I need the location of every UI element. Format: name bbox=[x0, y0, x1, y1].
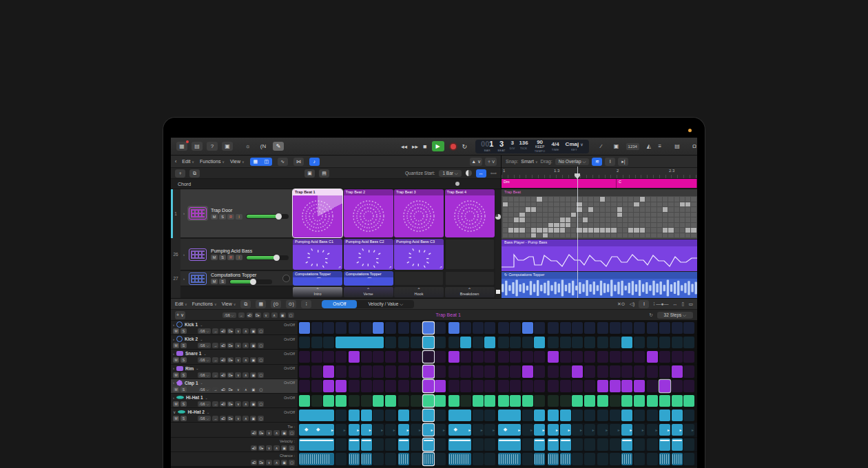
cell-inspector-icon[interactable]: ▣ bbox=[304, 169, 315, 178]
step-cell[interactable] bbox=[634, 351, 645, 363]
row-mute-button[interactable]: M bbox=[173, 328, 179, 334]
row-name[interactable]: Rim bbox=[185, 366, 194, 371]
default-rate-select[interactable]: /16 ⌵ bbox=[223, 312, 236, 318]
steps-count-select[interactable]: 32 Steps ⌵ bbox=[657, 312, 693, 319]
track-header[interactable]: ›Computations TopperMS bbox=[180, 271, 293, 286]
velocity-cell[interactable] bbox=[373, 438, 384, 451]
drum-grid-cell[interactable] bbox=[503, 213, 508, 217]
mode-velocity-button[interactable]: Velocity / Value ⌵ bbox=[357, 300, 414, 308]
tie-cell[interactable]: ▸ bbox=[572, 424, 583, 436]
step-cell[interactable] bbox=[672, 322, 683, 334]
menu-edit[interactable]: Edit ∨ bbox=[182, 159, 194, 164]
subrow-decrement-button[interactable]: ∨ bbox=[266, 460, 272, 465]
step-cell[interactable] bbox=[683, 365, 694, 378]
drum-grid-cell[interactable] bbox=[606, 233, 610, 238]
quantize-start-select[interactable]: 1 Bar ⌵ bbox=[439, 170, 461, 177]
drum-grid-cell[interactable] bbox=[560, 197, 565, 202]
drum-grid-cell[interactable] bbox=[634, 223, 639, 228]
cycle-button[interactable]: ↻ bbox=[462, 143, 468, 150]
subrow-rotate-right-button[interactable]: D▸ bbox=[258, 430, 265, 436]
drum-grid-cell[interactable] bbox=[628, 223, 633, 228]
step-cell[interactable] bbox=[448, 380, 459, 392]
step-cell[interactable] bbox=[448, 395, 459, 407]
drum-grid-cell[interactable] bbox=[526, 223, 530, 228]
drum-grid-cell[interactable] bbox=[531, 233, 536, 238]
step-cell[interactable] bbox=[335, 337, 384, 349]
row-rate-select[interactable]: /16 ⌵ bbox=[198, 343, 211, 348]
step-cell[interactable] bbox=[584, 380, 595, 392]
drum-grid-cell[interactable] bbox=[680, 202, 685, 207]
velocity-cell[interactable] bbox=[534, 438, 545, 451]
default-rotate-right-icon[interactable]: D▸ bbox=[255, 312, 261, 318]
drum-grid-cell[interactable] bbox=[668, 197, 673, 202]
drum-grid-cell[interactable] bbox=[531, 228, 536, 233]
row-increment-button[interactable]: ∧ bbox=[242, 357, 249, 363]
step-cell[interactable] bbox=[597, 380, 608, 392]
row-decrement-button[interactable]: ∨ bbox=[235, 387, 241, 392]
step-cell[interactable] bbox=[683, 380, 694, 392]
drum-grid-cell[interactable] bbox=[594, 213, 599, 217]
key-display[interactable]: Cmaj∨ KEY bbox=[566, 142, 583, 151]
row-paste-button[interactable]: ▢ bbox=[258, 328, 264, 334]
step-cell[interactable] bbox=[610, 322, 621, 334]
stop-button[interactable]: ■ bbox=[423, 143, 426, 150]
drum-grid-cell[interactable] bbox=[571, 223, 576, 228]
chance-cell[interactable] bbox=[534, 453, 545, 465]
velocity-cell[interactable] bbox=[610, 438, 621, 451]
step-cell[interactable] bbox=[647, 410, 658, 422]
step-cell[interactable] bbox=[349, 410, 360, 422]
velocity-cell[interactable] bbox=[349, 438, 360, 451]
step-cell[interactable] bbox=[584, 365, 595, 378]
play-button[interactable]: ▶ bbox=[432, 141, 444, 151]
row-solo-button[interactable]: S bbox=[180, 372, 187, 378]
step-cell[interactable] bbox=[560, 337, 571, 349]
step-cell[interactable] bbox=[522, 410, 533, 422]
step-cell[interactable] bbox=[335, 322, 347, 334]
drum-grid-cell[interactable] bbox=[685, 228, 690, 233]
solo-button[interactable]: S bbox=[219, 279, 226, 284]
row-disclosure-icon[interactable]: ∨ bbox=[173, 410, 176, 414]
step-cell[interactable] bbox=[672, 380, 683, 392]
drum-grid-cell[interactable] bbox=[663, 213, 668, 217]
drum-grid-cell[interactable] bbox=[543, 233, 548, 238]
step-cell[interactable] bbox=[498, 351, 509, 363]
step-cell[interactable] bbox=[572, 337, 583, 349]
step-cell[interactable] bbox=[672, 365, 683, 378]
drum-grid-cell[interactable] bbox=[566, 202, 570, 207]
drum-grid-cell[interactable] bbox=[554, 213, 559, 217]
loop-cell[interactable]: Trap Beat 1 bbox=[293, 189, 342, 237]
drum-grid-cell[interactable] bbox=[651, 202, 656, 207]
step-cell[interactable] bbox=[683, 410, 694, 422]
track-name[interactable]: Trap Door bbox=[211, 208, 289, 213]
row-disclosure-icon[interactable]: › bbox=[173, 337, 174, 341]
step-cell[interactable] bbox=[597, 395, 608, 407]
solo-icon[interactable]: ⁄ bbox=[596, 142, 607, 151]
tie-cell[interactable]: ▸ bbox=[484, 424, 495, 436]
drum-grid-cell[interactable] bbox=[623, 223, 628, 228]
scene-trigger[interactable]: ⌃Verse bbox=[344, 287, 393, 297]
step-cell[interactable] bbox=[299, 322, 310, 334]
step-cell[interactable] bbox=[423, 337, 434, 349]
drum-grid-cell[interactable] bbox=[594, 202, 599, 207]
drum-grid-cell[interactable] bbox=[668, 233, 673, 238]
drum-grid-cell[interactable] bbox=[560, 233, 565, 238]
drum-grid-cell[interactable] bbox=[519, 213, 524, 217]
tie-cell[interactable]: ▸ bbox=[610, 424, 621, 436]
drum-grid-cell[interactable] bbox=[628, 202, 633, 207]
step-cell[interactable] bbox=[311, 351, 322, 363]
row-paste-button[interactable]: ▢ bbox=[258, 401, 264, 407]
expand-cells-icon[interactable]: ↔ bbox=[476, 169, 486, 178]
step-cell[interactable] bbox=[435, 337, 446, 349]
step-cell[interactable] bbox=[460, 380, 471, 392]
subrow-paste-button[interactable]: ▢ bbox=[289, 445, 295, 451]
step-cell[interactable] bbox=[323, 337, 334, 349]
drum-grid-cell[interactable] bbox=[645, 197, 650, 202]
drum-grid-cell[interactable] bbox=[600, 213, 605, 217]
row-header[interactable]: ›Snare 1⌄On/OffMS/16 ⌵→◂DD▸∨∧▣▢ bbox=[171, 350, 298, 364]
loop-cell[interactable]: Pumping Acid Bass C3⇗ bbox=[394, 239, 444, 270]
row-rotate-left-button[interactable]: ◂D bbox=[220, 387, 226, 392]
step-cell[interactable] bbox=[548, 395, 559, 407]
mute-button[interactable]: M bbox=[211, 255, 218, 260]
drum-grid-cell[interactable] bbox=[691, 202, 696, 207]
row-name[interactable]: Kick 1 bbox=[185, 322, 198, 327]
